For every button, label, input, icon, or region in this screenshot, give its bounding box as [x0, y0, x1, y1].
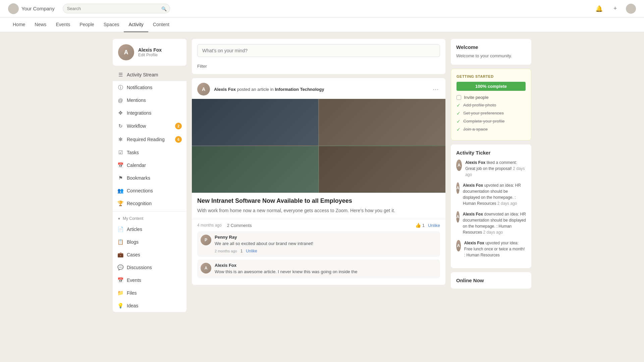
- required-reading-badge: 6: [175, 136, 182, 143]
- sidebar-item-connections[interactable]: 👥 Connections: [113, 184, 186, 197]
- sidebar-item-bookmarks[interactable]: ⚑ Bookmarks: [113, 172, 186, 184]
- post-header: A Alexis Fox posted an article in Inform…: [192, 78, 445, 99]
- sidebar-item-label: Recognition: [127, 201, 152, 206]
- notifications-bell-button[interactable]: 🔔: [594, 3, 604, 14]
- comment-author-1[interactable]: Penny Ray: [215, 235, 437, 240]
- comment-author-avatar-2[interactable]: A: [201, 263, 211, 274]
- ticker-item-2: A Alexis Fox upvoted an idea: HR documen…: [456, 182, 526, 206]
- post-input[interactable]: [197, 44, 440, 57]
- sidebar-item-label: Tasks: [127, 150, 139, 155]
- sidebar-item-calendar[interactable]: 📅 Calendar: [113, 159, 186, 172]
- ticker-name-4[interactable]: Alexis Fox: [464, 241, 484, 245]
- post-card: A Alexis Fox posted an article in Inform…: [192, 78, 445, 285]
- sidebar-item-label: Events: [127, 278, 141, 283]
- gs-label-preferences: Set your preferences: [463, 111, 504, 116]
- gs-item-photo: ✓ Add profile photo: [457, 103, 526, 108]
- company-name: Your Company: [21, 6, 55, 11]
- sidebar-item-tasks[interactable]: ☑ Tasks: [113, 146, 186, 159]
- sidebar-item-mentions[interactable]: @ Mentions: [113, 94, 186, 107]
- sidebar-item-files[interactable]: 📁 Files: [113, 287, 186, 299]
- ideas-icon: 💡: [117, 303, 123, 309]
- search-input[interactable]: [63, 4, 170, 13]
- post-footer: 4 months ago 2 Comments 👍 1 Unlike: [192, 219, 445, 231]
- gs-item-preferences: ✓ Set your preferences: [457, 111, 526, 116]
- sidebar-item-recognition[interactable]: 🏆 Recognition: [113, 197, 186, 210]
- nav-spaces[interactable]: Spaces: [99, 17, 124, 32]
- ticker-avatar-3[interactable]: A: [456, 211, 460, 223]
- gs-item-complete-profile: ✓ Complete your profile: [457, 119, 526, 124]
- my-content-section[interactable]: ▼ My Content: [113, 213, 186, 223]
- comment-author-2[interactable]: Alexis Fox: [215, 263, 437, 268]
- post-author-avatar[interactable]: A: [197, 83, 210, 96]
- ticker-avatar-1[interactable]: A: [456, 160, 462, 171]
- gs-checkbox-invite[interactable]: [457, 95, 461, 100]
- filter-link[interactable]: Filter: [197, 64, 207, 69]
- ticker-name-3[interactable]: Alexis Fox: [463, 212, 483, 217]
- sidebar-item-notifications[interactable]: ⓘ Notifications: [113, 81, 186, 94]
- activity-ticker-widget: Activity Ticker A Alexis Fox liked a com…: [451, 144, 531, 268]
- nav-news[interactable]: News: [30, 17, 51, 32]
- nav-content[interactable]: Content: [148, 17, 174, 32]
- comment-body-1: Penny Ray We are all so excited about ou…: [215, 235, 437, 253]
- sidebar-item-workflow[interactable]: ↻ Workflow 2: [113, 119, 186, 133]
- gs-check-preferences: ✓: [457, 111, 461, 116]
- gs-label-invite[interactable]: Invite people: [464, 95, 489, 100]
- ticker-name-1[interactable]: Alexis Fox: [465, 160, 485, 165]
- comment-unlike-1[interactable]: Unlike: [246, 249, 257, 253]
- nav-home[interactable]: Home: [8, 17, 30, 32]
- ticker-avatar-2[interactable]: A: [456, 182, 460, 194]
- sidebar-item-discussions[interactable]: 💬 Discussions: [113, 261, 186, 274]
- ticker-item-4: A Alexis Fox upvoted your idea: Free lun…: [456, 240, 526, 258]
- profile-avatar[interactable]: A: [118, 44, 134, 60]
- online-now-title: Online Now: [456, 278, 526, 283]
- unlike-button[interactable]: Unlike: [428, 223, 440, 228]
- sidebar-item-cases[interactable]: 💼 Cases: [113, 248, 186, 261]
- discussions-icon: 💬: [117, 264, 123, 270]
- add-button[interactable]: +: [610, 3, 621, 14]
- logo-icon: [8, 3, 19, 14]
- sidebar-item-label: Files: [127, 290, 137, 296]
- main-layout: A Alexis Fox Edit Profile ☰ Activity Str…: [107, 32, 537, 319]
- sidebar-item-ideas[interactable]: 💡 Ideas: [113, 299, 186, 312]
- poster-name[interactable]: Alexis Fox: [214, 87, 236, 92]
- activity-ticker-title: Activity Ticker: [456, 150, 526, 156]
- ticker-avatar-4[interactable]: A: [456, 240, 461, 251]
- sidebar-item-events[interactable]: 📅 Events: [113, 274, 186, 287]
- nav-events[interactable]: Events: [51, 17, 75, 32]
- thumb-icon: 👍: [415, 223, 421, 228]
- getting-started-title: GETTING STARTED: [457, 74, 526, 78]
- my-content-chevron: ▼: [117, 217, 121, 221]
- nav-activity[interactable]: Activity: [124, 17, 148, 32]
- user-avatar-button[interactable]: [626, 4, 636, 14]
- top-bar: Your Company 🔍 🔔 +: [0, 0, 644, 17]
- sidebar-nav: ☰ Activity Stream ⓘ Notifications @ Ment…: [113, 68, 186, 312]
- edit-profile-link[interactable]: Edit Profile: [138, 53, 162, 57]
- bookmarks-icon: ⚑: [117, 175, 123, 181]
- nav-people[interactable]: People: [75, 17, 99, 32]
- sidebar-item-articles[interactable]: 📄 Articles: [113, 223, 186, 236]
- space-name[interactable]: Information Technology: [275, 87, 324, 92]
- right-panel: Welcome Welcome to your community. GETTI…: [451, 39, 531, 312]
- post-more-button[interactable]: ⋯: [431, 84, 440, 94]
- sidebar-item-blogs[interactable]: 📋 Blogs: [113, 236, 186, 248]
- online-now-widget: Online Now: [451, 272, 531, 289]
- post-excerpt: With work from home now a new normal, ev…: [197, 207, 440, 214]
- sidebar-item-integrations[interactable]: ✥ Integrations: [113, 107, 186, 119]
- comment-author-avatar-1[interactable]: P: [201, 235, 211, 245]
- search-bar: 🔍: [63, 4, 170, 13]
- post-comments[interactable]: 2 Comments: [227, 223, 252, 228]
- search-button[interactable]: 🔍: [161, 6, 167, 11]
- sidebar: A Alexis Fox Edit Profile ☰ Activity Str…: [113, 39, 186, 312]
- events-icon: 📅: [117, 277, 123, 283]
- sidebar-item-label: Mentions: [127, 98, 146, 103]
- ticker-name-2[interactable]: Alexis Fox: [463, 183, 483, 188]
- sidebar-item-required-reading[interactable]: ✻ Required Reading 6: [113, 133, 186, 146]
- gs-check-photo: ✓: [457, 103, 461, 108]
- ticker-text-4: Alexis Fox upvoted your idea: Free lunch…: [464, 240, 526, 258]
- like-button[interactable]: 👍 1: [415, 223, 425, 228]
- post-image: [192, 99, 445, 193]
- post-title: New Intranet Software Now Available to a…: [197, 197, 440, 204]
- post-actions: 👍 1 Unlike: [415, 223, 440, 228]
- sidebar-item-activity-stream[interactable]: ☰ Activity Stream: [113, 68, 186, 81]
- post-time: 4 months ago: [197, 223, 222, 228]
